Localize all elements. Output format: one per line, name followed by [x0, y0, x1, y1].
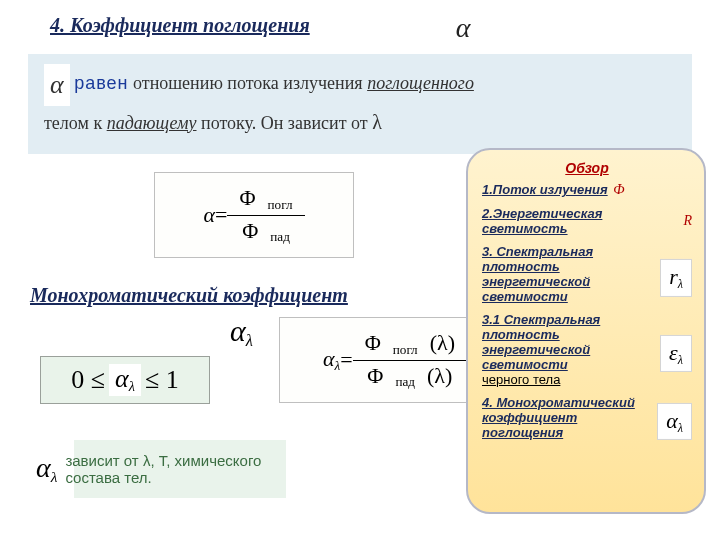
- alpha-lambda-symbol: αλ: [226, 314, 257, 351]
- note-box: αλ зависит от λ, Т, химического состава …: [30, 440, 286, 498]
- f2-lhs: αλ: [323, 346, 340, 374]
- alpha-inline: α: [44, 64, 70, 106]
- f1-fraction: Φпогл Φпад: [227, 185, 304, 246]
- fraction-bar: [353, 360, 467, 361]
- sidebar-item-4-label: 3.1 Спектральная плотность энергетическо…: [482, 312, 648, 372]
- def-text-3: потоку. Он зависит от: [197, 113, 373, 133]
- f2-den-arg: (λ): [421, 363, 458, 388]
- sidebar-item-2[interactable]: 2.Энергетическая светимость R: [482, 206, 692, 236]
- note-text: зависит от λ, Т, химического состава тел…: [65, 452, 280, 486]
- n-a: α: [36, 452, 51, 483]
- f2-eq: =: [340, 347, 352, 373]
- monochromatic-title: Монохроматический коэффициент: [30, 284, 348, 307]
- s5-a: α: [666, 407, 678, 432]
- al-sub: λ: [246, 331, 253, 350]
- b-a: α: [115, 364, 129, 393]
- alpha-symbol-top: α: [442, 12, 484, 44]
- sidebar-overview: Обзор 1.Поток излучения Ф 2.Энергетическ…: [466, 148, 706, 514]
- f2-fraction: Φпогл(λ) Φпад(λ): [353, 330, 467, 391]
- f2-den: Φ: [361, 363, 389, 388]
- sidebar-item-1-label: 1.Поток излучения: [482, 182, 608, 197]
- formula-alpha: α = Φпогл Φпад: [154, 172, 354, 258]
- lambda-symbol: λ: [372, 111, 382, 133]
- sidebar-item-2-label: 2.Энергетическая светимость: [482, 206, 648, 236]
- s3-sub: λ: [678, 277, 683, 291]
- word-incident: падающему: [107, 113, 197, 133]
- definition-box: α равен отношению потока излучения погло…: [28, 54, 692, 154]
- sidebar-item-5-label: 4. Монохроматический коэффициент поглоще…: [482, 395, 648, 440]
- sidebar-item-5-sym: αλ: [657, 402, 692, 440]
- f2-num-sub: погл: [387, 342, 424, 357]
- sidebar-item-4-extra: черного тела: [482, 372, 560, 387]
- f1-num: Φ: [233, 185, 261, 210]
- sidebar-item-3-sym: rλ: [660, 259, 692, 297]
- n-sub: λ: [51, 468, 58, 485]
- al-a: α: [230, 314, 246, 347]
- s4-a: ε: [669, 339, 678, 364]
- sidebar-item-3[interactable]: 3. Спектральная плотность энергетической…: [482, 244, 692, 304]
- f2-num-arg: (λ): [424, 330, 461, 355]
- word-equals: равен: [74, 73, 128, 93]
- bounds-hi: ≤ 1: [145, 365, 179, 395]
- bounds-alpha: αλ: [109, 364, 141, 395]
- sidebar-title: Обзор: [482, 160, 692, 176]
- f2-den-sub: пад: [389, 374, 421, 389]
- f1-den: Φ: [236, 218, 264, 243]
- s4-sub: λ: [678, 352, 683, 366]
- def-text-2: телом к: [44, 113, 107, 133]
- sidebar-item-1[interactable]: 1.Поток излучения Ф: [482, 182, 692, 198]
- sidebar-item-1-sym: Ф: [613, 182, 624, 197]
- f1-den-sub: пад: [264, 229, 296, 244]
- word-absorbed: поглощенного: [367, 73, 474, 93]
- bounds-lo: 0 ≤: [71, 365, 105, 395]
- s3-a: r: [669, 264, 678, 289]
- sidebar-item-4[interactable]: 3.1 Спектральная плотность энергетическо…: [482, 312, 692, 387]
- def-text-1: отношению потока излучения: [129, 73, 368, 93]
- s5-sub: λ: [678, 420, 683, 434]
- f2-num: Φ: [359, 330, 387, 355]
- f2-lhs-a: α: [323, 346, 335, 371]
- fraction-bar: [227, 215, 304, 216]
- sidebar-item-5[interactable]: 4. Монохроматический коэффициент поглоще…: [482, 395, 692, 440]
- page-title: 4. Коэффициент поглощения: [50, 14, 310, 37]
- b-sub: λ: [129, 379, 135, 395]
- sidebar-item-2-sym: R: [683, 213, 692, 229]
- f1-num-sub: погл: [262, 197, 299, 212]
- f1-eq: =: [215, 202, 227, 228]
- sidebar-item-4-sym: ελ: [660, 334, 692, 372]
- f1-lhs: α: [203, 202, 215, 228]
- note-alpha: αλ: [36, 452, 65, 486]
- sidebar-item-3-label: 3. Спектральная плотность энергетической…: [482, 244, 648, 304]
- bounds-box: 0 ≤ αλ ≤ 1: [40, 356, 210, 404]
